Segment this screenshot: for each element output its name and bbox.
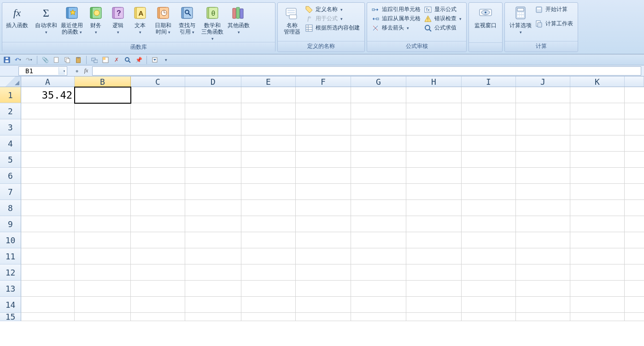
cell-C8[interactable]	[131, 200, 185, 216]
cell-H13[interactable]	[406, 281, 462, 297]
cell-J11[interactable]	[516, 248, 570, 264]
cell-E6[interactable]	[241, 168, 296, 184]
cell-E4[interactable]	[241, 135, 296, 152]
cell-J6[interactable]	[516, 168, 570, 184]
column-header-J[interactable]: J	[516, 76, 570, 87]
cell-C6[interactable]	[131, 168, 185, 184]
lookup-button[interactable]: 查找与 引用 ▾	[175, 5, 199, 35]
cell-J3[interactable]	[516, 119, 570, 135]
cell-D11[interactable]	[185, 248, 241, 264]
cell-K14[interactable]	[570, 297, 625, 313]
cell-I8[interactable]	[462, 200, 516, 216]
cell-H15[interactable]	[406, 313, 462, 321]
column-header-I[interactable]: I	[462, 76, 516, 87]
cell-E15[interactable]	[241, 313, 296, 321]
cell-G8[interactable]	[351, 200, 406, 216]
cell-B10[interactable]	[75, 232, 131, 248]
cell-D3[interactable]	[185, 119, 241, 135]
text-button[interactable]: A 文本▾	[129, 5, 151, 35]
cell-B13[interactable]	[75, 281, 131, 297]
cell-A13[interactable]	[21, 281, 75, 297]
cell-G13[interactable]	[351, 281, 406, 297]
calculate-sheet-button[interactable]: 计算工作表	[535, 20, 573, 28]
cell-A6[interactable]	[21, 168, 75, 184]
cell-K4[interactable]	[570, 135, 625, 152]
trace-precedents-button[interactable]: 追踪引用单元格	[372, 6, 421, 13]
row-header-9[interactable]: 9	[0, 216, 21, 232]
cell-K3[interactable]	[570, 119, 625, 135]
cell-K6[interactable]	[570, 168, 625, 184]
cell-B9[interactable]	[75, 216, 131, 232]
cell-I7[interactable]	[462, 184, 516, 200]
cell-G6[interactable]	[351, 168, 406, 184]
cell-I12[interactable]	[462, 264, 516, 281]
cell-B6[interactable]	[75, 168, 131, 184]
cell-E1[interactable]	[241, 87, 296, 103]
cell-D6[interactable]	[185, 168, 241, 184]
cell-E7[interactable]	[241, 184, 296, 200]
row-header-6[interactable]: 6	[0, 168, 21, 184]
cell-B15[interactable]	[75, 313, 131, 321]
cell-K8[interactable]	[570, 200, 625, 216]
math-button[interactable]: θ 数学和 三角函数 ▾	[199, 5, 226, 42]
undo-icon[interactable]: ↶▾	[14, 56, 22, 64]
cell-C1[interactable]	[131, 87, 185, 103]
cell-K12[interactable]	[570, 264, 625, 281]
row-header-14[interactable]: 14	[0, 297, 21, 313]
cell-F2[interactable]	[296, 103, 351, 119]
cell-E9[interactable]	[241, 216, 296, 232]
cell-J10[interactable]	[516, 232, 570, 248]
cell-K2[interactable]	[570, 103, 625, 119]
row-header-13[interactable]: 13	[0, 281, 21, 297]
cell-F4[interactable]	[296, 135, 351, 152]
cell-G15[interactable]	[351, 313, 406, 321]
cell-C5[interactable]	[131, 152, 185, 168]
cell-I1[interactable]	[462, 87, 516, 103]
row-header-10[interactable]: 10	[0, 232, 21, 248]
cell-D4[interactable]	[185, 135, 241, 152]
fill-down-icon[interactable]	[151, 56, 159, 64]
customize-icon[interactable]: ▾	[162, 56, 170, 64]
cell-G3[interactable]	[351, 119, 406, 135]
cell-K7[interactable]	[570, 184, 625, 200]
cell-B4[interactable]	[75, 135, 131, 152]
cell-B5[interactable]	[75, 152, 131, 168]
cell-K10[interactable]	[570, 232, 625, 248]
cell-A2[interactable]	[21, 103, 75, 119]
cell-J13[interactable]	[516, 281, 570, 297]
cell-J15[interactable]	[516, 313, 570, 321]
copy-icon[interactable]	[63, 56, 71, 64]
cell-G5[interactable]	[351, 152, 406, 168]
cell-I6[interactable]	[462, 168, 516, 184]
name-box[interactable]: B1 ▾	[18, 66, 67, 76]
cell-I15[interactable]	[462, 313, 516, 321]
column-header-C[interactable]: C	[131, 76, 185, 87]
other-functions-button[interactable]: 其他函数▾	[226, 5, 252, 35]
select-all-corner[interactable]	[0, 76, 21, 87]
cell-B14[interactable]	[75, 297, 131, 313]
cell-H10[interactable]	[406, 232, 462, 248]
find-icon[interactable]	[123, 56, 132, 64]
column-header-E[interactable]: E	[241, 76, 296, 87]
column-header-G[interactable]: G	[351, 76, 406, 87]
calculate-now-button[interactable]: 开始计算	[535, 6, 573, 13]
cell-H12[interactable]	[406, 264, 462, 281]
cell-G4[interactable]	[351, 135, 406, 152]
cell-H6[interactable]	[406, 168, 462, 184]
cell-C3[interactable]	[131, 119, 185, 135]
cell-G1[interactable]	[351, 87, 406, 103]
pin-icon[interactable]: 📌	[135, 56, 143, 64]
cell-I14[interactable]	[462, 297, 516, 313]
cell-D15[interactable]	[185, 313, 241, 321]
cell-A3[interactable]	[21, 119, 75, 135]
cell-B3[interactable]	[75, 119, 131, 135]
cell-C9[interactable]	[131, 216, 185, 232]
cell-C7[interactable]	[131, 184, 185, 200]
cell-I4[interactable]	[462, 135, 516, 152]
cell-D12[interactable]	[185, 264, 241, 281]
cell-E3[interactable]	[241, 119, 296, 135]
cell-B7[interactable]	[75, 184, 131, 200]
cell-I11[interactable]	[462, 248, 516, 264]
cell-K13[interactable]	[570, 281, 625, 297]
cell-D13[interactable]	[185, 281, 241, 297]
